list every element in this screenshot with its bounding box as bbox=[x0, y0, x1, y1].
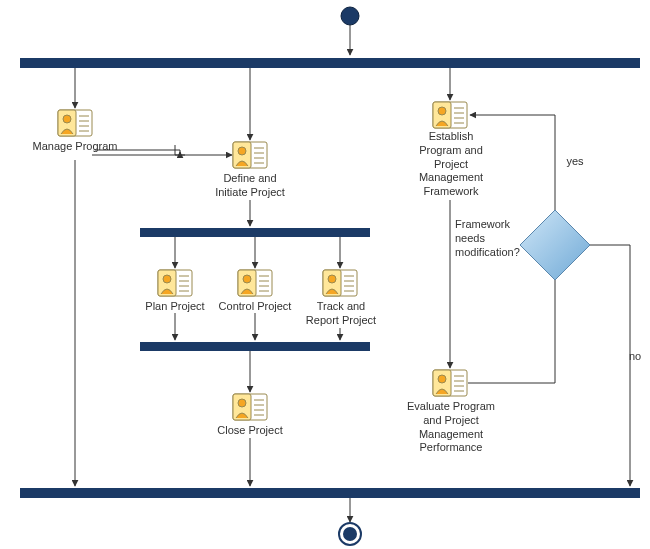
edge-yes-label: yes bbox=[560, 155, 590, 169]
establish-framework-label: Establish Program and Project Management… bbox=[410, 130, 492, 199]
control-project-icon bbox=[238, 270, 272, 296]
manage-program-icon bbox=[58, 110, 92, 136]
define-initiate-label: Define and Initiate Project bbox=[205, 172, 295, 200]
decision-diamond bbox=[520, 210, 590, 280]
final-node bbox=[343, 527, 357, 541]
track-report-icon bbox=[323, 270, 357, 296]
join-bar-inner-lower bbox=[140, 342, 370, 351]
plan-project-label: Plan Project bbox=[140, 300, 210, 314]
control-project-label: Control Project bbox=[213, 300, 297, 314]
close-project-icon bbox=[233, 394, 267, 420]
define-initiate-icon bbox=[233, 142, 267, 168]
evaluate-performance-label: Evaluate Program and Project Management … bbox=[403, 400, 499, 455]
evaluate-performance-icon bbox=[433, 370, 467, 396]
close-project-label: Close Project bbox=[210, 424, 290, 438]
fork-bar-inner-upper bbox=[140, 228, 370, 237]
edge-no-label: no bbox=[620, 350, 650, 364]
decision-label: Framework needs modification? bbox=[455, 218, 529, 259]
activity-diagram bbox=[0, 0, 650, 549]
fork-bar-top bbox=[20, 58, 640, 68]
manage-program-label: Manage Program bbox=[25, 140, 125, 154]
join-bar-bottom bbox=[20, 488, 640, 498]
plan-project-icon bbox=[158, 270, 192, 296]
establish-framework-icon bbox=[433, 102, 467, 128]
track-report-label: Track and Report Project bbox=[303, 300, 379, 328]
initial-node bbox=[341, 7, 359, 25]
